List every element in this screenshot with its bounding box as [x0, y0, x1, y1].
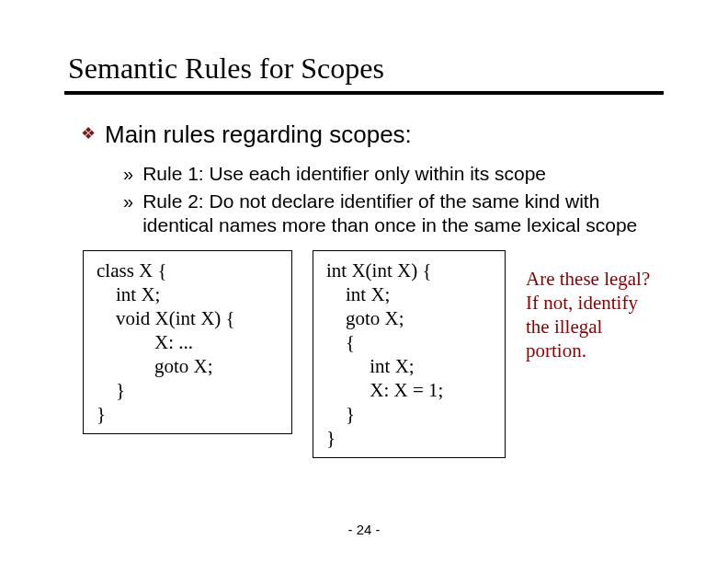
slide: Semantic Rules for Scopes ❖ Main rules r…	[0, 0, 728, 563]
raquo-icon: »	[123, 162, 133, 186]
raquo-icon: »	[123, 190, 133, 213]
main-bullet-text: Main rules regarding scopes:	[105, 121, 412, 149]
page-number: - 24 -	[0, 522, 728, 537]
code-example-1: class X { int X; void X(int X) { X: ... …	[83, 250, 292, 434]
sub-bullet-rule-1: » Rule 1: Use each identifier only withi…	[123, 162, 664, 186]
sub-bullet-rule-2: » Rule 2: Do not declare identifier of t…	[123, 190, 664, 237]
annotation-text: Are these legal? If not, identify the il…	[526, 250, 664, 362]
code-example-2: int X(int X) { int X; goto X; { int X; X…	[313, 250, 506, 458]
rule-2-text: Rule 2: Do not declare identifier of the…	[142, 190, 639, 237]
code-examples-row: class X { int X; void X(int X) { X: ... …	[83, 250, 664, 458]
sub-bullet-list: » Rule 1: Use each identifier only withi…	[123, 162, 664, 237]
content-area: ❖ Main rules regarding scopes: » Rule 1:…	[64, 121, 664, 458]
slide-title: Semantic Rules for Scopes	[64, 52, 664, 95]
diamond-bullet-icon: ❖	[81, 121, 96, 146]
rule-1-text: Rule 1: Use each identifier only within …	[142, 162, 546, 186]
main-bullet: ❖ Main rules regarding scopes:	[81, 121, 664, 149]
